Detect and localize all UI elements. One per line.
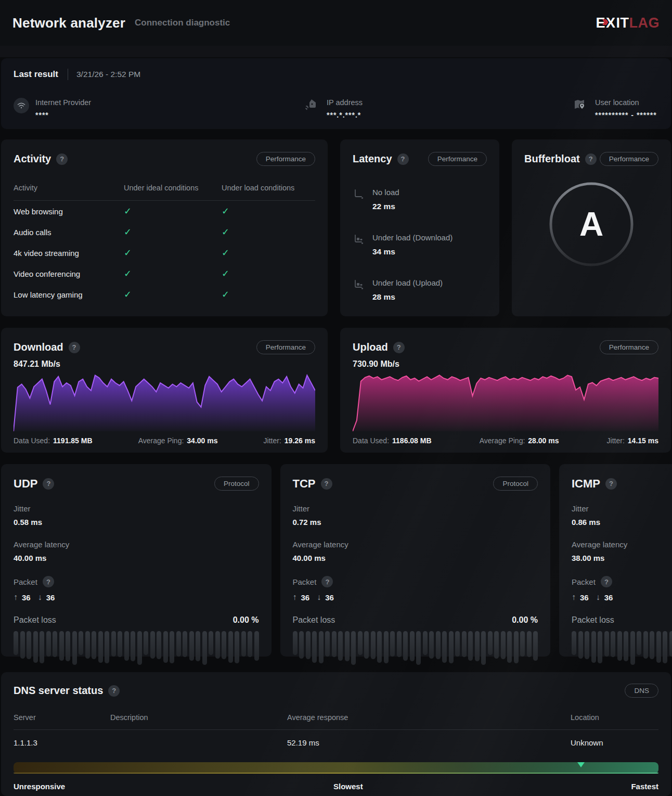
performance-badge[interactable]: Performance <box>428 152 487 166</box>
last-result-panel: Last result 3/21/26 - 2:52 PM Internet P… <box>1 58 671 129</box>
help-icon[interactable]: ? <box>321 576 333 587</box>
page-title: Network analyzer <box>12 15 125 31</box>
activity-row-label: Low latency gaming <box>14 290 124 299</box>
performance-badge[interactable]: Performance <box>256 152 315 166</box>
help-icon[interactable]: ? <box>321 478 332 490</box>
activity-row: Low latency gaming✓✓ <box>14 284 315 305</box>
activity-row: Web browsing✓✓ <box>14 201 315 222</box>
check-icon: ✓ <box>124 206 222 217</box>
download-chart <box>14 373 315 431</box>
latency-under-load-download: Under load (Download) 34 ms <box>353 233 487 256</box>
cart-loaded-icon <box>353 233 366 256</box>
latency-card: Latency ? Performance No load 22 ms <box>340 139 499 316</box>
performance-badge[interactable]: Performance <box>256 340 315 354</box>
avg-latency-label: Average latency <box>572 540 672 549</box>
dns-location: Unknown <box>571 738 658 747</box>
help-icon[interactable]: ? <box>605 478 617 490</box>
performance-badge[interactable]: Performance <box>600 152 658 166</box>
check-icon: ✓ <box>222 206 315 217</box>
dns-server: 1.1.1.3 <box>14 738 110 747</box>
help-icon[interactable]: ? <box>69 342 80 353</box>
check-icon: ✓ <box>222 289 315 300</box>
divider <box>68 69 68 80</box>
check-icon: ✓ <box>222 247 315 259</box>
dns-status-card: DNS server status ? DNS Server Descripti… <box>1 672 671 796</box>
bufferbloat-title: Bufferbloat <box>524 153 580 165</box>
packet-loss-value: 0.00 % <box>233 615 259 625</box>
activity-row-label: Audio calls <box>14 228 124 237</box>
dns-table-row: 1.1.1.3 52.19 ms Unknown <box>14 730 658 755</box>
packet-counts: ↑36 ↓36 <box>572 593 672 602</box>
download-card: Download ? Performance 847.21 Mb/s Data … <box>1 328 328 453</box>
avg-latency-value: 38.00 ms <box>572 554 672 562</box>
scale-unresponsive: Unresponsive <box>14 782 65 791</box>
location-value: ********** - ****** <box>595 111 657 119</box>
bufferbloat-card: Bufferbloat ? Performance A <box>512 139 671 316</box>
avg-latency-value: 40.00 ms <box>14 554 259 562</box>
download-speed: 847.21 Mb/s <box>14 360 315 369</box>
provider-value: **** <box>35 111 49 119</box>
location-label: User location <box>595 98 639 107</box>
jitter-value: 0.72 ms <box>293 518 538 527</box>
internet-provider-item: Internet Provider **** <box>14 98 91 120</box>
help-icon[interactable]: ? <box>393 342 405 353</box>
protocol-badge[interactable]: Protocol <box>493 477 538 491</box>
download-stats: Data Used:1191.85 MB Average Ping:34.00 … <box>14 436 315 445</box>
activity-row-label: 4k video streaming <box>14 249 124 258</box>
dns-gauge-scale: Unresponsive Slowest Fastest <box>14 782 658 791</box>
help-icon[interactable]: ? <box>43 478 54 490</box>
icmp-title: ICMP <box>572 477 600 491</box>
user-location-item: User location ********** - ****** <box>573 98 657 120</box>
router-signal-icon <box>305 98 320 120</box>
packet-label: Packet? <box>572 576 672 587</box>
grade-ring: A <box>549 182 634 267</box>
activity-row: 4k video streaming✓✓ <box>14 242 315 263</box>
check-icon: ✓ <box>222 268 315 279</box>
jitter-label: Jitter <box>572 504 672 513</box>
packet-label: Packet? <box>293 576 538 587</box>
check-icon: ✓ <box>124 247 222 259</box>
ip-address-item: IP address ***.*.***.* <box>305 98 363 120</box>
last-result-label: Last result <box>14 69 58 80</box>
icmp-card: ICMP ? Protocol Jitter 0.86 ms Average l… <box>559 464 672 657</box>
logo-x-chevrons-icon: X <box>605 15 616 31</box>
help-icon[interactable]: ? <box>56 153 68 165</box>
packet-loss-label: Packet loss <box>293 615 335 625</box>
activity-row: Audio calls✓✓ <box>14 222 315 242</box>
help-icon[interactable]: ? <box>397 153 409 165</box>
protocol-badge[interactable]: Protocol <box>214 477 259 491</box>
exitlag-logo: EXIT LAG <box>596 15 660 31</box>
activity-title: Activity <box>14 153 51 165</box>
packet-loss-bars <box>572 631 672 665</box>
activity-row-label: Video conferencing <box>14 269 124 278</box>
dns-response: 52.19 ms <box>287 738 571 747</box>
cart-empty-icon <box>353 188 366 211</box>
udp-card: UDP ? Protocol Jitter 0.58 ms Average la… <box>1 464 272 657</box>
arrow-down-icon: ↓ <box>317 593 321 602</box>
help-icon[interactable]: ? <box>585 153 597 165</box>
arrow-up-icon: ↑ <box>293 593 297 602</box>
latency-under-load-upload: Under load (Upload) 28 ms <box>353 278 487 302</box>
help-icon[interactable]: ? <box>43 576 54 587</box>
provider-label: Internet Provider <box>35 98 91 107</box>
page-subtitle: Connection diagnostic <box>135 18 230 28</box>
help-icon[interactable]: ? <box>601 576 612 587</box>
map-pin-icon <box>573 98 589 120</box>
download-title: Download <box>14 341 63 353</box>
performance-badge[interactable]: Performance <box>600 340 658 354</box>
arrow-up-icon: ↑ <box>14 593 18 602</box>
scale-fastest: Fastest <box>631 782 658 791</box>
dns-badge[interactable]: DNS <box>625 684 658 698</box>
packet-loss-label: Packet loss <box>14 615 56 625</box>
ip-label: IP address <box>327 98 363 107</box>
udp-title: UDP <box>14 477 37 491</box>
avg-latency-label: Average latency <box>14 540 259 549</box>
dns-speed-gauge <box>14 762 658 774</box>
help-icon[interactable]: ? <box>108 685 120 697</box>
latency-title: Latency <box>353 153 392 165</box>
activity-table-body: Web browsing✓✓Audio calls✓✓4k video stre… <box>14 201 315 305</box>
bufferbloat-grade: A <box>549 182 634 267</box>
check-icon: ✓ <box>222 226 315 238</box>
upload-speed: 730.90 Mb/s <box>353 360 658 369</box>
activity-card: Activity ? Performance Activity Under id… <box>1 139 328 316</box>
